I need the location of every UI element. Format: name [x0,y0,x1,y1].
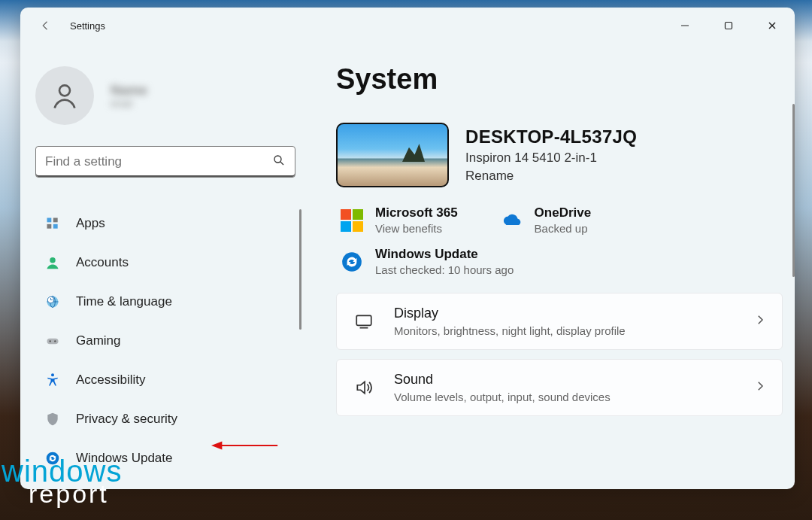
svg-point-25 [342,252,362,272]
user-name: Name [111,83,147,99]
tile-title: Microsoft 365 [375,205,458,220]
tile-subtitle: View benefits [375,222,458,235]
nav-label: Accounts [76,255,129,270]
chevron-right-icon [753,379,767,396]
device-info: DESKTOP-4L537JQ Inspiron 14 5410 2-in-1 … [465,126,637,184]
titlebar: Settings [20,8,795,44]
tile-windows-update[interactable]: Windows Update Last checked: 10 hours ag… [341,247,514,276]
device-name: DESKTOP-4L537JQ [465,126,637,147]
avatar [35,66,94,125]
sound-icon [352,376,376,400]
search-icon [272,154,286,170]
wallpaper-thumbnail [336,123,449,187]
card-subtitle: Monitors, brightness, night light, displ… [394,324,626,337]
svg-rect-26 [356,315,371,325]
card-display[interactable]: Display Monitors, brightness, night ligh… [336,293,783,350]
nav-item-privacy-security[interactable]: Privacy & security [35,402,306,436]
nav-item-time-language[interactable]: Time & language [35,284,306,319]
onedrive-icon [500,209,523,232]
sidebar-scrollbar[interactable] [299,209,301,330]
rename-link[interactable]: Rename [465,169,637,184]
tile-onedrive[interactable]: OneDrive Backed up [500,205,592,235]
nav-label: Time & language [76,294,172,309]
tile-subtitle: Last checked: 10 hours ago [375,263,514,276]
search-input[interactable] [45,154,272,169]
svg-point-20 [54,340,56,342]
svg-point-5 [274,156,281,163]
nav-item-apps[interactable]: Apps [35,206,306,241]
search-box[interactable] [35,146,295,178]
card-title: Sound [394,372,611,388]
device-model: Inspiron 14 5410 2-in-1 [465,151,637,166]
watermark: windows report [2,459,122,505]
tile-microsoft365[interactable]: Microsoft 365 View benefits [341,205,458,235]
user-text: Name email [111,83,147,109]
close-button[interactable] [757,14,787,38]
maximize-button[interactable] [714,14,744,38]
sidebar: Name email Apps [20,44,321,489]
nav-item-accounts[interactable]: Accounts [35,245,306,280]
svg-point-4 [59,85,70,96]
accounts-icon [44,254,61,271]
card-subtitle: Volume levels, output, input, sound devi… [394,391,611,403]
main-scrollbar[interactable] [792,104,795,277]
tile-title: OneDrive [535,205,592,220]
nav-item-accessibility[interactable]: Accessibility [35,363,306,397]
svg-marker-24 [211,442,222,450]
minimize-button[interactable] [670,14,700,38]
user-subtitle: email [111,99,147,109]
svg-rect-9 [47,224,52,229]
card-title: Display [394,306,626,321]
red-arrow-annotation [211,439,279,452]
display-icon [352,309,376,333]
nav: Apps Accounts Time & language [35,206,306,489]
nav-item-gaming[interactable]: Gaming [35,324,306,358]
apps-icon [44,215,61,232]
main: System DESKTOP-4L537JQ Inspiron 14 5410 … [321,44,795,489]
user-block[interactable]: Name email [35,66,306,125]
card-sound[interactable]: Sound Volume levels, output, input, soun… [336,359,783,416]
nav-label: Privacy & security [76,412,177,427]
nav-label: Gaming [76,333,121,348]
info-tiles-row1: Microsoft 365 View benefits OneDrive Bac… [341,205,771,235]
device-hero: DESKTOP-4L537JQ Inspiron 14 5410 2-in-1 … [336,123,771,187]
info-tiles-row2: Windows Update Last checked: 10 hours ag… [341,247,771,276]
svg-rect-8 [53,218,58,223]
window-controls [670,14,787,38]
window-title: Settings [70,20,105,32]
accessibility-icon [44,372,61,388]
watermark-line2: report [29,484,109,505]
windows-update-tile-icon [341,251,363,273]
svg-line-6 [280,162,283,165]
settings-window: Settings Name email [20,8,795,489]
svg-point-11 [50,257,56,263]
privacy-security-icon [44,411,61,427]
svg-point-19 [50,340,51,342]
svg-rect-10 [53,224,58,229]
content-area: Name email Apps [20,44,795,489]
tile-title: Windows Update [375,247,514,262]
chevron-right-icon [753,313,767,330]
nav-label: Apps [76,216,105,231]
back-button[interactable] [35,15,56,36]
gaming-icon [44,333,61,349]
nav-label: Accessibility [76,373,146,388]
svg-rect-1 [726,23,732,29]
svg-rect-18 [47,339,59,345]
time-language-icon [44,293,61,310]
svg-rect-7 [47,218,52,223]
tile-subtitle: Backed up [535,222,592,235]
svg-point-21 [51,373,54,376]
microsoft-logo-icon [341,209,363,232]
page-title: System [336,63,771,96]
